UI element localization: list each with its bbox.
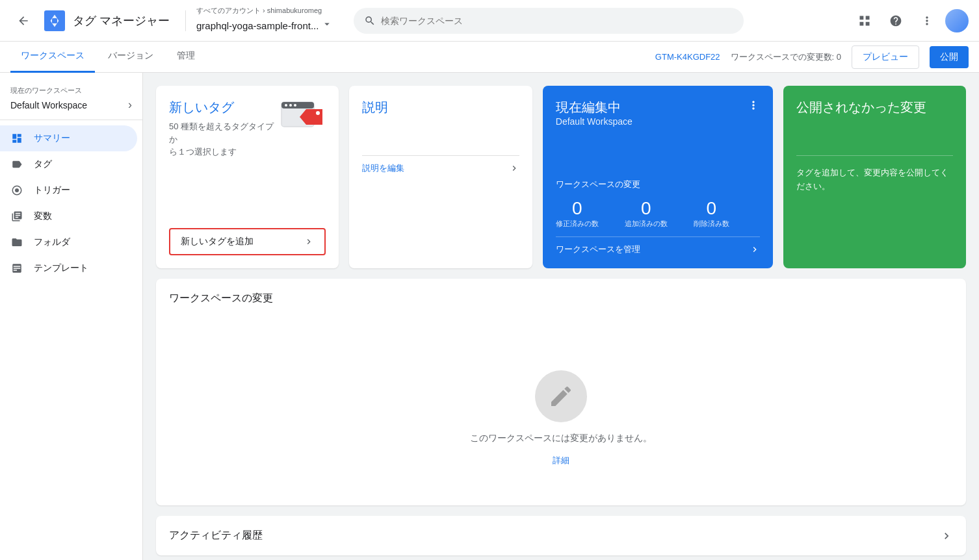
sidebar-item-variables[interactable]: 変数 [0,203,137,229]
current-editing-workspace-name: Default Workspace [556,116,633,127]
breadcrumb-dropdown-button[interactable] [319,16,335,36]
workspace-changes-section: ワークスペースの変更 このワークスペースには変更がありません。 詳細 [156,279,966,505]
main-layout: 現在のワークスペース Default Workspace › サマリー タグ [0,73,979,560]
content-area: 新しいタグ 50 種類を超えるタグタイプか ら１つ選択します [143,73,979,560]
manage-workspace-link: ワークスペースを管理 [556,244,640,255]
workspace-changes-stats: ワークスペースの変更 0 修正済みの数 0 追加済みの数 0 削除済み数 [556,179,760,255]
current-editing-menu-button[interactable] [747,99,760,115]
gtm-logo [42,8,68,34]
description-chevron-icon [509,163,519,173]
svg-point-7 [289,104,292,107]
breadcrumb: すべてのアカウント › shimabukuromeg graphql-yoga-… [196,6,335,36]
new-tag-btn-row: 新しいタグを追加 [169,218,326,255]
description-title: 説明 [362,99,519,116]
new-tag-card: 新しいタグ 50 種類を超えるタグタイプか ら１つ選択します [156,86,339,268]
empty-state-icon [535,370,587,422]
svg-point-9 [316,111,320,115]
stat-deleted: 0 削除済み数 [694,198,729,229]
new-tag-card-text: 新しいタグ 50 種類を超えるタグタイプか ら１つ選択します [169,99,280,159]
new-tag-description: 50 種類を超えるタグタイプか ら１つ選択します [169,120,280,159]
cards-row-top: 新しいタグ 50 種類を超えるタグタイプか ら１つ選択します [156,86,966,268]
sidebar-item-folders[interactable]: フォルダ [0,229,137,255]
stat-modified-label: 修正済みの数 [556,219,599,229]
svg-point-8 [294,104,296,107]
sidebar-item-tags[interactable]: タグ [0,151,137,177]
sidebar-item-triggers[interactable]: トリガー [0,177,137,203]
stat-modified: 0 修正済みの数 [556,198,599,229]
unpublished-card: 公開されなかった変更 タグを追加して、変更内容を公開してください。 [783,86,966,268]
svg-point-6 [285,104,287,107]
description-edit-link: 説明を編集 [362,162,404,174]
empty-state-text: このワークスペースには変更がありません。 [470,433,652,444]
search-bar [354,8,744,34]
new-tag-title: 新しいタグ [169,99,280,116]
help-button[interactable] [883,8,909,34]
current-editing-card: 現在編集中 Default Workspace ワークスペースの変更 0 [543,86,773,268]
trigger-icon [10,184,23,197]
detail-link[interactable]: 詳細 [553,455,569,466]
sidebar-item-summary[interactable]: サマリー [0,125,137,151]
tab-admin[interactable]: 管理 [166,42,205,73]
workspace-changes-count: ワークスペースでの変更数: 0 [731,51,841,63]
sidebar-item-summary-label: サマリー [34,133,70,144]
sidebar-item-tags-label: タグ [34,159,52,170]
current-editing-title: 現在編集中 [556,99,633,116]
manage-workspace-row[interactable]: ワークスペースを管理 [556,236,760,255]
current-editing-header: 現在編集中 Default Workspace [556,99,760,127]
variables-icon [10,210,23,223]
more-options-button[interactable] [914,8,940,34]
unpublished-description: タグを追加して、変更内容を公開してください。 [796,155,953,194]
search-input[interactable] [381,16,733,26]
preview-button[interactable]: プレビュー [852,45,919,69]
svg-point-3 [15,188,19,192]
activity-chevron-icon [940,529,953,542]
folder-icon [10,236,23,249]
new-tag-visual-icon [280,99,326,136]
tag-icon [10,158,23,171]
header-divider [185,10,186,31]
header: タグ マネージャー すべてのアカウント › shimabukuromeg gra… [0,0,979,42]
breadcrumb-container: graphql-yoga-sample-front... [196,20,319,31]
stat-deleted-value: 0 [694,198,729,219]
chevron-right-icon [304,236,314,247]
user-avatar[interactable] [945,9,969,32]
stat-added-label: 追加済みの数 [625,219,668,229]
description-card: 説明 説明を編集 [349,86,532,268]
breadcrumb-account: すべてのアカウント › shimabukuromeg [196,6,322,16]
current-editing-title-group: 現在編集中 Default Workspace [556,99,633,127]
activity-section[interactable]: アクティビティ履歴 [156,516,966,555]
add-new-tag-button[interactable]: 新しいタグを追加 [169,228,326,255]
activity-title: アクティビティ履歴 [169,529,263,542]
search-icon [364,15,376,27]
sidebar-item-templates[interactable]: テンプレート [0,255,137,281]
new-tag-card-header: 新しいタグ 50 種類を超えるタグタイプか ら１つ選択します [169,99,326,159]
stat-added: 0 追加済みの数 [625,198,668,229]
workspace-changes-stats-title: ワークスペースの変更 [556,179,760,190]
nav-right: GTM-K4KGDF22 ワークスペースでの変更数: 0 プレビュー 公開 [655,45,969,69]
svg-rect-1 [52,18,57,23]
app-title: タグ マネージャー [73,13,170,29]
sidebar-workspace-item[interactable]: Default Workspace › [10,98,132,112]
sidebar-item-variables-label: 変数 [34,210,52,222]
sidebar-item-folders-label: フォルダ [34,236,70,248]
back-button[interactable] [10,8,36,34]
sidebar-workspace: 現在のワークスペース Default Workspace › [0,81,142,120]
gtm-id: GTM-K4KGDF22 [655,52,720,62]
tab-workspace[interactable]: ワークスペース [10,42,95,73]
manage-workspace-chevron-icon [750,244,760,255]
add-new-tag-label: 新しいタグを追加 [181,236,254,248]
sidebar-workspace-name: Default Workspace [10,100,87,110]
unpublished-title: 公開されなかった変更 [796,99,953,116]
description-edit-row[interactable]: 説明を編集 [362,155,519,174]
publish-button[interactable]: 公開 [930,46,969,68]
workspace-changes-section-title: ワークスペースの変更 [169,292,953,305]
header-actions [852,8,969,34]
empty-state: このワークスペースには変更がありません。 詳細 [169,344,953,492]
breadcrumb-main: graphql-yoga-sample-front... [196,16,335,36]
grid-view-button[interactable] [852,8,878,34]
summary-icon [10,132,23,145]
breadcrumb-top: すべてのアカウント › shimabukuromeg [196,6,335,16]
stat-deleted-label: 削除済み数 [694,219,729,229]
tab-version[interactable]: バージョン [98,42,164,73]
sidebar-workspace-arrow-icon: › [128,98,132,112]
